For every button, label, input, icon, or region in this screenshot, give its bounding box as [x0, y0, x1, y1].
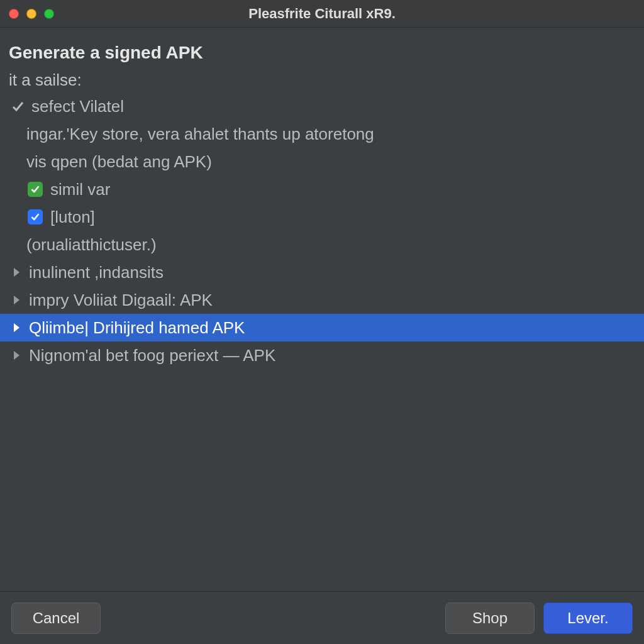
list-item-label: Nignom'al bet foog periext — APK: [29, 346, 275, 365]
chevron-right-icon: [11, 321, 21, 334]
section-heading: Generate a signed APK: [0, 43, 644, 68]
window-title: Pleasfrite Citurall xR9.: [0, 6, 644, 22]
list-item[interactable]: simil var: [0, 175, 644, 203]
list-item-label: ingar.'Key store, vera ahalet thants up …: [26, 125, 374, 144]
chevron-right-icon: [11, 266, 21, 279]
shop-button[interactable]: Shop: [445, 602, 535, 634]
list-item-label: vis qpen (bedat ang APK): [26, 152, 212, 172]
checkbox-checked-icon[interactable]: [28, 209, 43, 225]
list-item-selected[interactable]: Qliimbe| Drihijred hamed APK: [0, 314, 644, 341]
chevron-right-icon: [11, 349, 21, 362]
check-icon: [11, 100, 24, 113]
list-item-label: simil var: [50, 180, 110, 199]
list-item[interactable]: impry Voliiat Digaail: APK: [0, 286, 644, 314]
list-item-label: sefect Vilatel: [31, 97, 124, 116]
traffic-lights: [9, 9, 54, 19]
list-item-label: Qliimbe| Drihijred hamed APK: [29, 318, 245, 338]
dialog-content: Generate a signed APK it a sailse: sefec…: [0, 28, 644, 591]
list-item[interactable]: Nignom'al bet foog periext — APK: [0, 341, 644, 369]
list-item-label: [luton]: [50, 208, 95, 227]
section-subheading: it a sailse:: [0, 68, 644, 92]
list-item: ingar.'Key store, vera ahalet thants up …: [0, 120, 644, 148]
list-item[interactable]: inulinent ,indansits: [0, 258, 644, 286]
close-icon[interactable]: [9, 9, 19, 19]
checkbox-checked-icon[interactable]: [28, 182, 43, 197]
chevron-right-icon: [11, 294, 21, 306]
minimize-icon[interactable]: [26, 9, 36, 19]
lever-button[interactable]: Lever.: [543, 602, 633, 634]
list-item-label: (orualiatthictuser.): [26, 235, 157, 255]
list-item[interactable]: [luton]: [0, 203, 644, 231]
titlebar: Pleasfrite Citurall xR9.: [0, 0, 644, 28]
list-item: (orualiatthictuser.): [0, 231, 644, 258]
list-item-label: impry Voliiat Digaail: APK: [29, 291, 213, 310]
button-bar: Cancel Shop Lever.: [0, 591, 644, 644]
list-item: vis qpen (bedat ang APK): [0, 148, 644, 175]
zoom-icon[interactable]: [44, 9, 54, 19]
list-item-label: inulinent ,indansits: [29, 263, 164, 282]
list-item[interactable]: sefect Vilatel: [0, 92, 644, 120]
cancel-button[interactable]: Cancel: [11, 602, 101, 634]
